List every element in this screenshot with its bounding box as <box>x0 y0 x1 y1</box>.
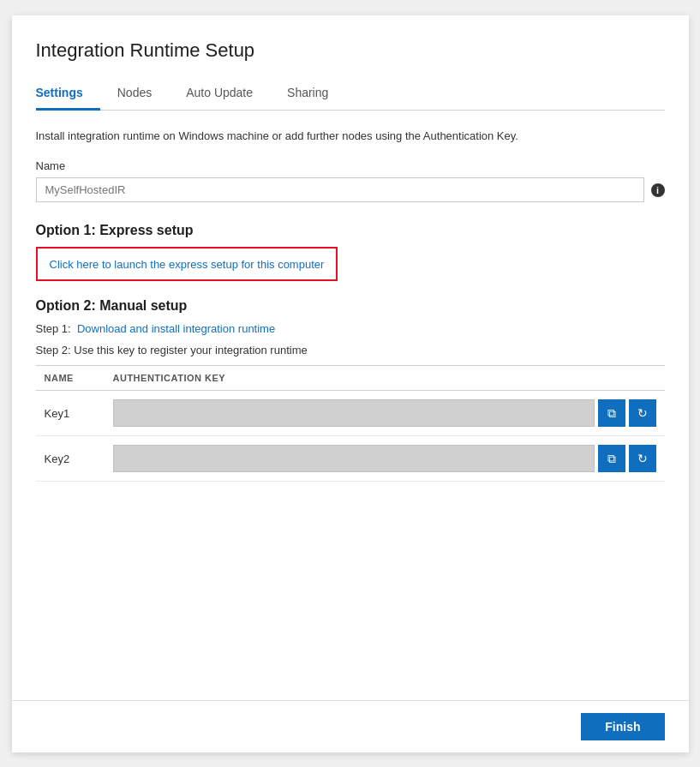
tab-settings[interactable]: Settings <box>36 79 100 111</box>
integration-runtime-dialog: Integration Runtime Setup Settings Nodes… <box>12 15 689 752</box>
col-header-auth-key: AUTHENTICATION KEY <box>105 366 665 391</box>
option2-title: Option 2: Manual setup <box>36 298 665 314</box>
tab-auto-update[interactable]: Auto Update <box>186 79 270 111</box>
option1-title: Option 1: Express setup <box>36 223 665 238</box>
key1-input-group: ⧉ ↻ <box>113 399 656 427</box>
refresh-icon: ↻ <box>637 452 648 465</box>
key2-refresh-button[interactable]: ↻ <box>629 445 656 472</box>
name-field-section: Name i <box>36 159 665 202</box>
express-link-box: Click here to launch the express setup f… <box>36 247 338 281</box>
tab-bar: Settings Nodes Auto Update Sharing <box>36 79 665 111</box>
key1-input <box>113 399 595 427</box>
key1-copy-button[interactable]: ⧉ <box>598 399 625 427</box>
table-row: Key1 ⧉ ↻ <box>36 391 665 436</box>
step2-text: Step 2: Use this key to register your in… <box>36 344 665 357</box>
col-header-name: NAME <box>36 366 105 391</box>
refresh-icon: ↻ <box>637 406 648 420</box>
step1-text: Step 1: Download and install integration… <box>36 322 665 335</box>
key2-value-cell: ⧉ ↻ <box>105 436 665 482</box>
finish-button[interactable]: Finish <box>581 713 664 740</box>
key1-value-cell: ⧉ ↻ <box>105 391 665 436</box>
auth-keys-table: NAME AUTHENTICATION KEY Key1 ⧉ ↻ <box>36 365 665 482</box>
key2-name: Key2 <box>36 436 105 482</box>
tab-sharing[interactable]: Sharing <box>287 79 345 111</box>
key1-name: Key1 <box>36 391 105 436</box>
info-icon: i <box>651 183 665 197</box>
key2-input <box>113 445 595 472</box>
download-install-link[interactable]: Download and install integration runtime <box>77 322 275 335</box>
name-input[interactable] <box>36 177 644 202</box>
express-setup-link[interactable]: Click here to launch the express setup f… <box>50 258 325 271</box>
tab-nodes[interactable]: Nodes <box>117 79 169 111</box>
key2-input-group: ⧉ ↻ <box>113 445 656 472</box>
settings-description: Install integration runtime on Windows m… <box>36 128 665 145</box>
dialog-footer: Finish <box>12 700 689 752</box>
table-row: Key2 ⧉ ↻ <box>36 436 665 482</box>
key1-refresh-button[interactable]: ↻ <box>629 399 656 427</box>
key2-copy-button[interactable]: ⧉ <box>598 445 625 472</box>
dialog-title: Integration Runtime Setup <box>36 39 665 62</box>
name-label: Name <box>36 159 665 172</box>
copy-icon: ⧉ <box>607 406 616 421</box>
copy-icon: ⧉ <box>607 452 616 466</box>
